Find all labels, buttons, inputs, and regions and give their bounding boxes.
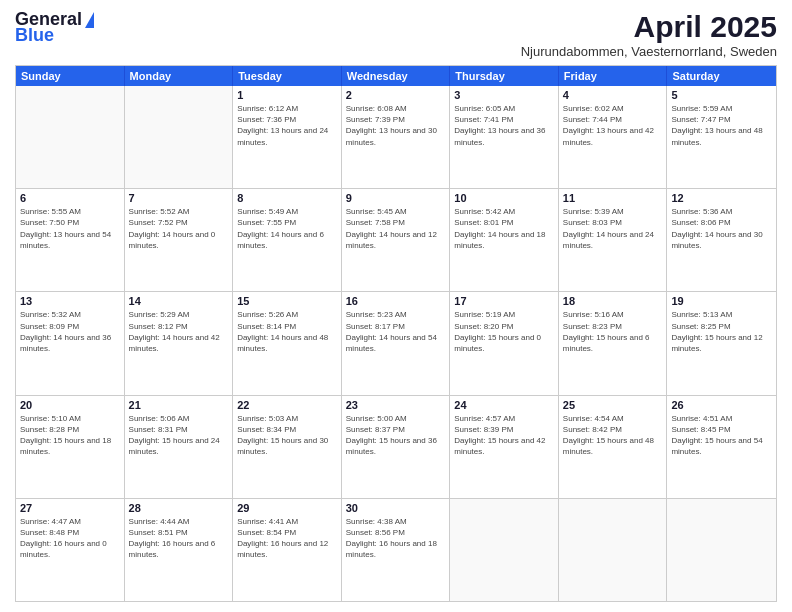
calendar-cell-0-1 bbox=[125, 86, 234, 188]
cell-date-number: 4 bbox=[563, 89, 663, 101]
cell-info-text: Sunrise: 5:26 AM Sunset: 8:14 PM Dayligh… bbox=[237, 309, 337, 354]
cell-info-text: Sunrise: 5:00 AM Sunset: 8:37 PM Dayligh… bbox=[346, 413, 446, 458]
cell-info-text: Sunrise: 4:51 AM Sunset: 8:45 PM Dayligh… bbox=[671, 413, 772, 458]
cell-date-number: 2 bbox=[346, 89, 446, 101]
title-section: April 2025 Njurundabommen, Vaesternorrla… bbox=[521, 10, 777, 59]
cell-date-number: 13 bbox=[20, 295, 120, 307]
calendar-cell-4-6 bbox=[667, 499, 776, 601]
header-tuesday: Tuesday bbox=[233, 66, 342, 86]
cell-date-number: 10 bbox=[454, 192, 554, 204]
cell-date-number: 27 bbox=[20, 502, 120, 514]
calendar-week-1: 1Sunrise: 6:12 AM Sunset: 7:36 PM Daylig… bbox=[16, 86, 776, 189]
calendar-cell-0-6: 5Sunrise: 5:59 AM Sunset: 7:47 PM Daylig… bbox=[667, 86, 776, 188]
cell-info-text: Sunrise: 5:23 AM Sunset: 8:17 PM Dayligh… bbox=[346, 309, 446, 354]
calendar-cell-3-0: 20Sunrise: 5:10 AM Sunset: 8:28 PM Dayli… bbox=[16, 396, 125, 498]
cell-date-number: 30 bbox=[346, 502, 446, 514]
calendar-cell-4-4 bbox=[450, 499, 559, 601]
calendar-cell-0-5: 4Sunrise: 6:02 AM Sunset: 7:44 PM Daylig… bbox=[559, 86, 668, 188]
header-saturday: Saturday bbox=[667, 66, 776, 86]
calendar-cell-4-5 bbox=[559, 499, 668, 601]
cell-date-number: 3 bbox=[454, 89, 554, 101]
cell-date-number: 15 bbox=[237, 295, 337, 307]
calendar-cell-0-2: 1Sunrise: 6:12 AM Sunset: 7:36 PM Daylig… bbox=[233, 86, 342, 188]
calendar-cell-4-1: 28Sunrise: 4:44 AM Sunset: 8:51 PM Dayli… bbox=[125, 499, 234, 601]
cell-info-text: Sunrise: 5:39 AM Sunset: 8:03 PM Dayligh… bbox=[563, 206, 663, 251]
cell-date-number: 18 bbox=[563, 295, 663, 307]
calendar-cell-2-3: 16Sunrise: 5:23 AM Sunset: 8:17 PM Dayli… bbox=[342, 292, 451, 394]
calendar-cell-4-2: 29Sunrise: 4:41 AM Sunset: 8:54 PM Dayli… bbox=[233, 499, 342, 601]
calendar-cell-2-6: 19Sunrise: 5:13 AM Sunset: 8:25 PM Dayli… bbox=[667, 292, 776, 394]
cell-date-number: 23 bbox=[346, 399, 446, 411]
cell-info-text: Sunrise: 5:42 AM Sunset: 8:01 PM Dayligh… bbox=[454, 206, 554, 251]
cell-info-text: Sunrise: 6:02 AM Sunset: 7:44 PM Dayligh… bbox=[563, 103, 663, 148]
cell-info-text: Sunrise: 5:49 AM Sunset: 7:55 PM Dayligh… bbox=[237, 206, 337, 251]
logo-blue: Blue bbox=[15, 26, 54, 44]
calendar-cell-3-3: 23Sunrise: 5:00 AM Sunset: 8:37 PM Dayli… bbox=[342, 396, 451, 498]
page-header: General Blue April 2025 Njurundabommen, … bbox=[15, 10, 777, 59]
cell-date-number: 5 bbox=[671, 89, 772, 101]
cell-date-number: 8 bbox=[237, 192, 337, 204]
calendar-cell-1-3: 9Sunrise: 5:45 AM Sunset: 7:58 PM Daylig… bbox=[342, 189, 451, 291]
cell-info-text: Sunrise: 6:08 AM Sunset: 7:39 PM Dayligh… bbox=[346, 103, 446, 148]
calendar-cell-1-0: 6Sunrise: 5:55 AM Sunset: 7:50 PM Daylig… bbox=[16, 189, 125, 291]
cell-info-text: Sunrise: 5:52 AM Sunset: 7:52 PM Dayligh… bbox=[129, 206, 229, 251]
header-wednesday: Wednesday bbox=[342, 66, 451, 86]
cell-date-number: 11 bbox=[563, 192, 663, 204]
cell-info-text: Sunrise: 5:45 AM Sunset: 7:58 PM Dayligh… bbox=[346, 206, 446, 251]
calendar-header: Sunday Monday Tuesday Wednesday Thursday… bbox=[16, 66, 776, 86]
cell-info-text: Sunrise: 4:47 AM Sunset: 8:48 PM Dayligh… bbox=[20, 516, 120, 561]
calendar-cell-3-4: 24Sunrise: 4:57 AM Sunset: 8:39 PM Dayli… bbox=[450, 396, 559, 498]
cell-date-number: 14 bbox=[129, 295, 229, 307]
cell-info-text: Sunrise: 4:54 AM Sunset: 8:42 PM Dayligh… bbox=[563, 413, 663, 458]
cell-info-text: Sunrise: 4:38 AM Sunset: 8:56 PM Dayligh… bbox=[346, 516, 446, 561]
cell-date-number: 20 bbox=[20, 399, 120, 411]
cell-date-number: 6 bbox=[20, 192, 120, 204]
cell-info-text: Sunrise: 5:29 AM Sunset: 8:12 PM Dayligh… bbox=[129, 309, 229, 354]
cell-date-number: 29 bbox=[237, 502, 337, 514]
logo: General Blue bbox=[15, 10, 94, 44]
header-monday: Monday bbox=[125, 66, 234, 86]
calendar-week-2: 6Sunrise: 5:55 AM Sunset: 7:50 PM Daylig… bbox=[16, 189, 776, 292]
cell-info-text: Sunrise: 4:57 AM Sunset: 8:39 PM Dayligh… bbox=[454, 413, 554, 458]
cell-date-number: 22 bbox=[237, 399, 337, 411]
calendar-cell-2-0: 13Sunrise: 5:32 AM Sunset: 8:09 PM Dayli… bbox=[16, 292, 125, 394]
cell-info-text: Sunrise: 5:03 AM Sunset: 8:34 PM Dayligh… bbox=[237, 413, 337, 458]
cell-date-number: 9 bbox=[346, 192, 446, 204]
page-title: April 2025 bbox=[521, 10, 777, 44]
cell-info-text: Sunrise: 4:44 AM Sunset: 8:51 PM Dayligh… bbox=[129, 516, 229, 561]
cell-date-number: 17 bbox=[454, 295, 554, 307]
calendar-cell-3-5: 25Sunrise: 4:54 AM Sunset: 8:42 PM Dayli… bbox=[559, 396, 668, 498]
calendar-cell-0-4: 3Sunrise: 6:05 AM Sunset: 7:41 PM Daylig… bbox=[450, 86, 559, 188]
calendar-cell-1-2: 8Sunrise: 5:49 AM Sunset: 7:55 PM Daylig… bbox=[233, 189, 342, 291]
cell-date-number: 19 bbox=[671, 295, 772, 307]
calendar-cell-0-3: 2Sunrise: 6:08 AM Sunset: 7:39 PM Daylig… bbox=[342, 86, 451, 188]
cell-info-text: Sunrise: 5:13 AM Sunset: 8:25 PM Dayligh… bbox=[671, 309, 772, 354]
calendar: Sunday Monday Tuesday Wednesday Thursday… bbox=[15, 65, 777, 602]
cell-date-number: 1 bbox=[237, 89, 337, 101]
calendar-cell-2-5: 18Sunrise: 5:16 AM Sunset: 8:23 PM Dayli… bbox=[559, 292, 668, 394]
cell-info-text: Sunrise: 5:19 AM Sunset: 8:20 PM Dayligh… bbox=[454, 309, 554, 354]
calendar-cell-3-2: 22Sunrise: 5:03 AM Sunset: 8:34 PM Dayli… bbox=[233, 396, 342, 498]
header-thursday: Thursday bbox=[450, 66, 559, 86]
calendar-cell-1-5: 11Sunrise: 5:39 AM Sunset: 8:03 PM Dayli… bbox=[559, 189, 668, 291]
header-friday: Friday bbox=[559, 66, 668, 86]
cell-date-number: 7 bbox=[129, 192, 229, 204]
calendar-cell-4-0: 27Sunrise: 4:47 AM Sunset: 8:48 PM Dayli… bbox=[16, 499, 125, 601]
calendar-body: 1Sunrise: 6:12 AM Sunset: 7:36 PM Daylig… bbox=[16, 86, 776, 601]
cell-date-number: 28 bbox=[129, 502, 229, 514]
calendar-cell-1-1: 7Sunrise: 5:52 AM Sunset: 7:52 PM Daylig… bbox=[125, 189, 234, 291]
page-subtitle: Njurundabommen, Vaesternorrland, Sweden bbox=[521, 44, 777, 59]
cell-info-text: Sunrise: 6:05 AM Sunset: 7:41 PM Dayligh… bbox=[454, 103, 554, 148]
calendar-week-4: 20Sunrise: 5:10 AM Sunset: 8:28 PM Dayli… bbox=[16, 396, 776, 499]
calendar-cell-4-3: 30Sunrise: 4:38 AM Sunset: 8:56 PM Dayli… bbox=[342, 499, 451, 601]
calendar-cell-1-4: 10Sunrise: 5:42 AM Sunset: 8:01 PM Dayli… bbox=[450, 189, 559, 291]
cell-date-number: 16 bbox=[346, 295, 446, 307]
cell-info-text: Sunrise: 4:41 AM Sunset: 8:54 PM Dayligh… bbox=[237, 516, 337, 561]
cell-info-text: Sunrise: 5:16 AM Sunset: 8:23 PM Dayligh… bbox=[563, 309, 663, 354]
cell-date-number: 26 bbox=[671, 399, 772, 411]
cell-info-text: Sunrise: 5:10 AM Sunset: 8:28 PM Dayligh… bbox=[20, 413, 120, 458]
calendar-cell-2-1: 14Sunrise: 5:29 AM Sunset: 8:12 PM Dayli… bbox=[125, 292, 234, 394]
calendar-cell-0-0 bbox=[16, 86, 125, 188]
calendar-cell-1-6: 12Sunrise: 5:36 AM Sunset: 8:06 PM Dayli… bbox=[667, 189, 776, 291]
cell-info-text: Sunrise: 5:36 AM Sunset: 8:06 PM Dayligh… bbox=[671, 206, 772, 251]
